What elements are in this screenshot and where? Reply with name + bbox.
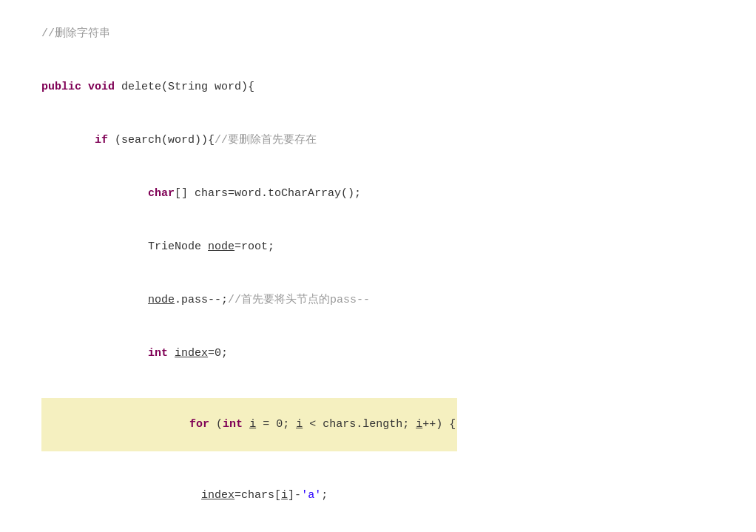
pass-dec-line: node.pass--;//首先要将头节点的pass-- bbox=[15, 274, 741, 327]
keyword-if-1: if bbox=[95, 134, 108, 147]
comment-line-1: //删除字符串 bbox=[15, 7, 741, 61]
comment-pass-dec: //首先要将头节点的pass-- bbox=[228, 294, 370, 306]
keyword-char: char bbox=[148, 187, 175, 200]
method-signature-line: public void delete(String word){ bbox=[15, 61, 741, 114]
char-array-line: char[] chars=word.toCharArray(); bbox=[15, 167, 741, 220]
comment-must-exist: //要删除首先要存在 bbox=[215, 134, 317, 147]
index-assign-line: index=chars[i]-'a'; bbox=[15, 469, 741, 522]
keyword-for: for bbox=[189, 418, 209, 431]
if-pass-zero-line: if (--node.nexts[index].pass==0){ bbox=[15, 522, 741, 532]
keyword-int-for: int bbox=[223, 418, 243, 431]
keyword-int-index: int bbox=[148, 347, 168, 360]
trienode-line: TrieNode node=root; bbox=[15, 220, 741, 274]
code-block: //删除字符串 public void delete(String word){… bbox=[0, 0, 756, 532]
keyword-public: public bbox=[41, 81, 81, 93]
if-search-line: if (search(word)){//要删除首先要存在 bbox=[15, 114, 741, 167]
int-index-line: int index=0; bbox=[15, 327, 741, 380]
comment-delete: //删除字符串 bbox=[41, 27, 110, 40]
keyword-void: void bbox=[88, 81, 115, 93]
for-loop-line: for (int i = 0; i < chars.length; i++) { bbox=[15, 380, 741, 469]
